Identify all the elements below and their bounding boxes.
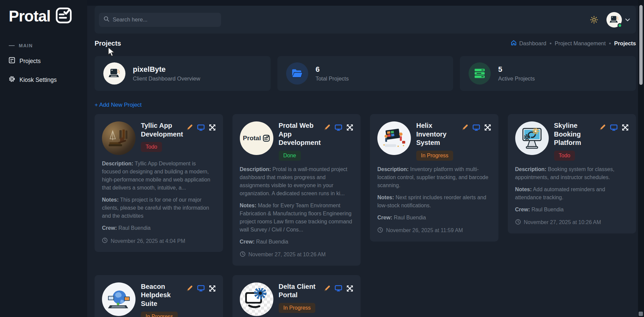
project-avatar (102, 121, 136, 155)
checklist-logo-icon (55, 7, 72, 25)
vertical-scrollbar (638, 0, 644, 317)
project-crew: Crew: Raul Buendia (515, 206, 629, 214)
breadcrumb-project-management[interactable]: Project Management (555, 40, 606, 47)
project-title: Delta Client Portal (279, 282, 321, 300)
project-timestamp: November 27, 2025 at 10:26 AM (249, 252, 326, 258)
active-projects-label: Active Projects (498, 75, 535, 82)
expand-fullscreen-icon[interactable] (346, 124, 353, 131)
topbar (95, 6, 636, 34)
project-title: Beacon Helpdesk Suite (141, 282, 183, 308)
sidebar-section-label: MAIN (19, 43, 33, 48)
total-projects-label: Total Projects (316, 75, 349, 82)
app-logo: Protal (0, 0, 87, 25)
expand-fullscreen-icon[interactable] (346, 285, 353, 292)
breadcrumb-current: Projects (614, 40, 636, 47)
status-badge: In Progress (141, 312, 178, 317)
project-notes: Notes: Made for Every Team Environment F… (240, 202, 354, 234)
edit-pencil-icon[interactable] (324, 124, 330, 131)
status-badge: In Progress (279, 303, 316, 313)
page-title: Projects (95, 40, 121, 47)
project-title: Tyllic App Development (141, 121, 183, 139)
total-projects-card: 6 Total Projects (277, 56, 453, 91)
sidebar-section-main: MAIN (9, 43, 87, 48)
project-avatar (102, 282, 136, 316)
sidebar-item-projects[interactable]: Projects (0, 53, 87, 69)
search-icon (104, 16, 109, 23)
display-monitor-icon[interactable] (473, 124, 480, 131)
scrollbar-corner (639, 312, 643, 316)
gear-icon (9, 76, 15, 84)
projects-icon (9, 57, 15, 65)
project-description: Description: Inventory platform with mul… (377, 165, 491, 190)
add-new-project-link[interactable]: + Add New Project (95, 102, 142, 108)
chevron-down-icon (625, 17, 630, 23)
project-timestamp: November 27, 2025 at 10:26 AM (524, 219, 601, 225)
project-avatar (377, 121, 411, 155)
clock-icon (377, 227, 383, 234)
clock-icon (515, 219, 521, 226)
project-title: Skyline Booking Platform (554, 121, 597, 147)
breadcrumb-separator (550, 43, 551, 44)
summary-row: pixelByte Client Dashboard Overview 6 To… (95, 56, 636, 91)
project-description: Description: Booking system for classes,… (515, 165, 629, 181)
edit-pencil-icon[interactable] (186, 285, 193, 292)
project-description: Description: Protal is a wall-mounted pr… (240, 165, 354, 198)
laptop-avatar-icon (103, 62, 125, 85)
expand-fullscreen-icon[interactable] (484, 124, 491, 131)
status-badge: Done (279, 151, 301, 161)
user-avatar (606, 12, 622, 28)
project-avatar (240, 282, 273, 316)
edit-pencil-icon[interactable] (186, 124, 193, 131)
expand-fullscreen-icon[interactable] (209, 285, 216, 292)
project-avatar: Protal (240, 121, 273, 155)
edit-pencil-icon[interactable] (324, 285, 330, 292)
project-card-skyline: Skyline Booking Platform (508, 114, 636, 233)
project-card-tyllic: Tyllic App Development (95, 114, 223, 252)
display-monitor-icon[interactable] (197, 285, 205, 292)
status-badge: In Progress (416, 151, 453, 161)
expand-fullscreen-icon[interactable] (622, 124, 629, 131)
folder-icon (286, 62, 308, 85)
project-card-beacon: Beacon Helpdesk Suite (95, 275, 223, 317)
project-title: Helix Inventory System (416, 121, 459, 147)
breadcrumb: Dashboard Project Management Projects (511, 40, 636, 47)
display-monitor-icon[interactable] (335, 285, 342, 292)
sidebar-item-kiosk-settings[interactable]: Kiosk Settings (0, 72, 87, 88)
main-content: Projects Dashboard Project Management Pr… (87, 0, 638, 317)
display-monitor-icon[interactable] (197, 124, 205, 131)
theme-toggle-sun-icon[interactable] (590, 15, 598, 24)
display-monitor-icon[interactable] (335, 124, 342, 131)
clock-icon (102, 237, 108, 245)
status-badge: Todo (141, 142, 162, 152)
server-stack-icon (469, 62, 491, 85)
status-badge: Todo (554, 151, 575, 161)
edit-pencil-icon[interactable] (599, 124, 606, 131)
clock-icon (240, 251, 246, 258)
search-box[interactable] (99, 13, 221, 27)
app-logo-text: Protal (9, 7, 50, 25)
online-status-dot (618, 23, 622, 28)
sidebar-item-label: Projects (19, 58, 41, 65)
section-dash (9, 45, 15, 46)
display-monitor-icon[interactable] (610, 124, 618, 131)
project-notes: Notes: Add automated reminders and atten… (515, 186, 629, 202)
client-name: pixelByte (133, 65, 200, 74)
breadcrumb-separator (609, 43, 611, 44)
project-description: Description: Tyllic App Development is f… (102, 160, 216, 192)
total-projects-count: 6 (316, 65, 349, 74)
project-notes: Notes: Next sprint includes reorder aler… (377, 194, 491, 210)
user-menu[interactable] (606, 12, 630, 28)
edit-pencil-icon[interactable] (462, 124, 468, 131)
breadcrumb-dashboard[interactable]: Dashboard (511, 40, 546, 47)
expand-fullscreen-icon[interactable] (209, 124, 216, 131)
search-input[interactable] (113, 16, 216, 23)
project-crew: Crew: Raul Buendia (102, 224, 216, 232)
project-card-protal-web: Protal Protal Web App Development (232, 114, 361, 266)
client-summary-card: pixelByte Client Dashboard Overview (95, 56, 271, 91)
sidebar-item-label: Kiosk Settings (19, 76, 57, 84)
project-timestamp: November 26, 2025 at 4:04 PM (111, 238, 185, 244)
projects-grid: Tyllic App Development (95, 114, 636, 317)
project-avatar (515, 121, 549, 155)
home-icon (511, 40, 517, 47)
scrollbar-thumb[interactable] (639, 5, 643, 85)
